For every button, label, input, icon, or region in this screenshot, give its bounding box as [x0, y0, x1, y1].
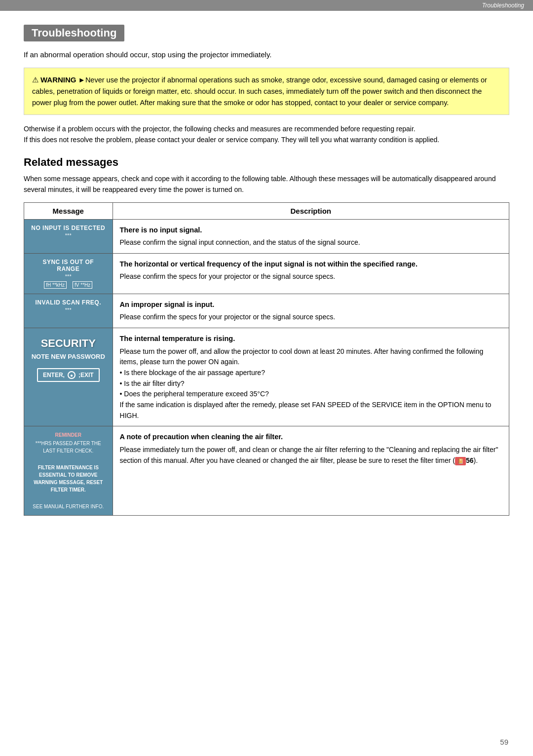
msg-cell-4: SECURITY NOTE NEW PASSWORD ENTER, ● ;EXI… — [24, 328, 113, 426]
table-row: INVALID SCAN FREQ. *** An improper signa… — [24, 294, 509, 328]
col-message: Message — [24, 202, 113, 219]
top-bar-label: Troubleshooting — [482, 2, 524, 9]
security-subtitle: NOTE NEW PASSWORD — [28, 353, 109, 360]
related-intro: When some message appears, check and cop… — [24, 174, 509, 195]
related-messages-title: Related messages — [24, 156, 509, 169]
warning-triangle-icon: ⚠ — [32, 74, 38, 86]
warning-box: ⚠WARNING ►Never use the projector if abn… — [24, 68, 509, 115]
sync-freq: fH **kHz fV **Hz — [31, 281, 106, 289]
desc-title-1: There is no input signal. — [120, 225, 502, 235]
msg-text-1: NO INPUT IS DETECTED — [31, 225, 106, 231]
msg-cell-1: NO INPUT IS DETECTED *** — [24, 219, 113, 253]
msg-cell-3: INVALID SCAN FREQ. *** — [24, 294, 113, 328]
desc-title-2: The horizontal or vertical frequency of … — [120, 259, 502, 269]
section-title: Troubleshooting — [24, 25, 124, 41]
warning-label: WARNING — [40, 76, 76, 84]
desc-cell-2: The horizontal or vertical frequency of … — [113, 253, 509, 294]
desc-cell-4: The internal temperature is rising. Plea… — [113, 328, 509, 426]
msg-text-2: SYNC IS OUT OF RANGE — [31, 259, 106, 272]
enter-exit-button: ENTER, ● ;EXIT — [37, 368, 100, 382]
msg-dots-3: *** — [31, 307, 106, 313]
reminder-line1: ***HRS PASSED AFTER THE LAST FILTER CHEC… — [31, 440, 106, 454]
book-icon: 📔 — [455, 457, 466, 466]
page-ref: 56 — [466, 456, 474, 464]
desc-cell-3: An improper signal is input. Please conf… — [113, 294, 509, 328]
table-row: SYNC IS OUT OF RANGE *** fH **kHz fV **H… — [24, 253, 509, 294]
desc-cell-5: A note of precaution when cleaning the a… — [113, 426, 509, 516]
msg-dots-2: *** — [31, 273, 106, 279]
desc-body-3: Please confirm the specs for your projec… — [120, 313, 336, 321]
circle-icon: ● — [68, 371, 76, 379]
reminder-header: REMINDER — [31, 431, 106, 439]
msg-text-3: INVALID SCAN FREQ. — [31, 299, 106, 306]
messages-table: Message Description NO INPUT IS DETECTED… — [24, 202, 509, 516]
security-title: SECURITY — [28, 337, 109, 350]
reminder-line3: SEE MANUAL FURTHER INFO. — [31, 503, 106, 510]
table-row: SECURITY NOTE NEW PASSWORD ENTER, ● ;EXI… — [24, 328, 509, 426]
further-text: Otherwise if a problem occurs with the p… — [24, 124, 509, 145]
freq-fv: fV **Hz — [73, 281, 92, 289]
desc-title-4: The internal temperature is rising. — [120, 333, 502, 344]
exit-label: ;EXIT — [78, 372, 94, 378]
desc-body-4: Please turn the power off, and allow the… — [120, 347, 492, 419]
desc-body-2: Please confirm the specs for your projec… — [120, 272, 336, 280]
desc-body-5: Please immediately turn the power off, a… — [120, 446, 498, 464]
table-row: NO INPUT IS DETECTED *** There is no inp… — [24, 219, 509, 253]
enter-exit-label: ENTER, — [43, 372, 65, 378]
warning-text: ►Never use the projector if abnormal ope… — [32, 76, 487, 107]
msg-cell-2: SYNC IS OUT OF RANGE *** fH **kHz fV **H… — [24, 253, 113, 294]
col-description: Description — [113, 202, 509, 219]
further-text-1: Otherwise if a problem occurs with the p… — [24, 125, 416, 133]
desc-title-3: An improper signal is input. — [120, 299, 502, 310]
page-content: Troubleshooting If an abnormal operation… — [0, 11, 533, 545]
page-number: 59 — [500, 738, 508, 746]
top-bar: Troubleshooting — [0, 0, 533, 11]
desc-title-5: A note of precaution when cleaning the a… — [120, 431, 502, 442]
further-text-2: If this does not resolve the problem, pl… — [24, 136, 439, 144]
reminder-line2: FILTER MAINTENANCE IS ESSENTIAL TO REMOV… — [31, 464, 106, 493]
desc-body-1: Please confirm the signal input connecti… — [120, 238, 360, 246]
table-row: REMINDER ***HRS PASSED AFTER THE LAST FI… — [24, 426, 509, 516]
msg-dots-1: *** — [31, 232, 106, 238]
msg-cell-5: REMINDER ***HRS PASSED AFTER THE LAST FI… — [24, 426, 113, 516]
desc-cell-1: There is no input signal. Please confirm… — [113, 219, 509, 253]
intro-text: If an abnormal operation should occur, s… — [24, 49, 509, 61]
freq-fh: fH **kHz — [44, 281, 67, 289]
